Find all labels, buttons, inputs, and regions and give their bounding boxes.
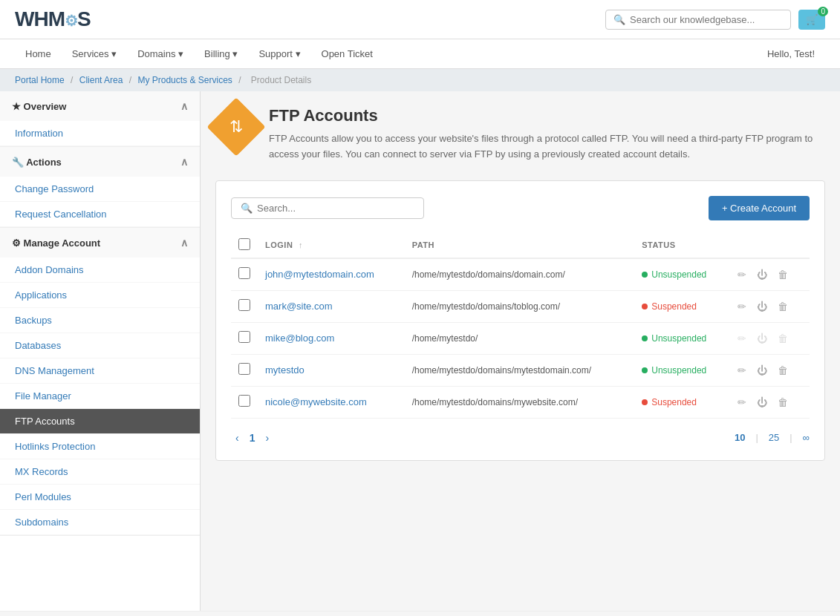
edit-icon-2: ✏: [736, 331, 748, 346]
main-nav: Home Services ▾ Domains ▾ Billing ▾ Supp…: [0, 39, 840, 69]
sidebar-item-ftp-accounts[interactable]: FTP Accounts: [0, 409, 200, 434]
power-icon-4[interactable]: ⏻: [755, 395, 769, 410]
cell-status-1: Suspended: [634, 290, 729, 322]
sidebar-item-hotlinks-protection[interactable]: Hotlinks Protection: [0, 434, 200, 459]
sidebar: ★ Overview ∧ Information 🔧 Actions ∧ Cha…: [0, 91, 201, 611]
delete-icon-3[interactable]: 🗑: [776, 363, 789, 378]
delete-icon-1[interactable]: 🗑: [776, 299, 789, 314]
cell-login-4: nicole@mywebsite.com: [258, 386, 405, 418]
nav-open-ticket[interactable]: Open Ticket: [311, 39, 383, 68]
sidebar-item-subdomains[interactable]: Subdomains: [0, 510, 200, 535]
create-account-button[interactable]: + Create Account: [709, 196, 810, 220]
sidebar-item-file-manager[interactable]: File Manager: [0, 384, 200, 409]
main-layout: ★ Overview ∧ Information 🔧 Actions ∧ Cha…: [0, 91, 840, 611]
power-icon-2: ⏻: [755, 331, 769, 346]
select-all-checkbox[interactable]: [238, 238, 250, 250]
knowledgebase-search-input[interactable]: [630, 14, 783, 25]
ftp-search-box[interactable]: 🔍: [231, 197, 424, 219]
cell-status-3: Unsuspended: [634, 354, 729, 386]
edit-icon-4[interactable]: ✏: [736, 395, 748, 410]
sidebar-section-manage-account-header[interactable]: ⚙ Manage Account ∧: [0, 228, 200, 258]
knowledgebase-search-box[interactable]: 🔍: [605, 10, 791, 30]
status-label-0: Unsuspended: [651, 269, 706, 280]
ftp-search-input[interactable]: [257, 203, 414, 214]
status-dot-2: [642, 335, 648, 341]
table-row: mytestdo /home/mytestdo/domains/mytestdo…: [231, 354, 810, 386]
breadcrumb-product-details: Product Details: [251, 75, 311, 85]
sidebar-item-databases[interactable]: Databases: [0, 333, 200, 358]
page-size-all[interactable]: ∞: [803, 432, 810, 443]
page-size-10[interactable]: 10: [735, 432, 745, 443]
cell-login-1: mark@site.com: [258, 290, 405, 322]
sidebar-section-actions-header[interactable]: 🔧 Actions ∧: [0, 147, 200, 177]
row-checkbox-2[interactable]: [238, 331, 250, 343]
sidebar-item-perl-modules[interactable]: Perl Modules: [0, 485, 200, 510]
cell-status-4: Suspended: [634, 386, 729, 418]
table-row: john@mytestdomain.com /home/mytestdo/dom…: [231, 258, 810, 291]
sidebar-item-request-cancellation[interactable]: Request Cancellation: [0, 202, 200, 227]
header-right: 🔍 🛒 0: [605, 10, 825, 30]
page-title-area: FTP Accounts FTP Accounts allow you to a…: [269, 106, 825, 163]
sidebar-item-backups[interactable]: Backups: [0, 308, 200, 333]
cell-actions-2: ✏ ⏻ 🗑: [729, 322, 810, 354]
power-icon-1[interactable]: ⏻: [755, 299, 769, 314]
nav-user[interactable]: Hello, Test!: [757, 39, 825, 68]
pagination: ‹ 1 › 10 | 25 | ∞: [231, 430, 810, 445]
power-icon-3[interactable]: ⏻: [755, 363, 769, 378]
sidebar-item-information[interactable]: Information: [0, 121, 200, 146]
edit-icon-1[interactable]: ✏: [736, 299, 748, 314]
cell-path-3: /home/mytestdo/domains/mytestdomain.com/: [405, 354, 635, 386]
nav-support[interactable]: Support ▾: [248, 39, 310, 68]
cart-button[interactable]: 🛒 0: [798, 10, 825, 30]
cell-status-0: Unsuspended: [634, 258, 729, 291]
footer: Powered by WHMCompleteSolution: [0, 611, 840, 616]
overview-chevron-icon: ∧: [180, 100, 188, 112]
delete-icon-4[interactable]: 🗑: [776, 395, 789, 410]
breadcrumb-client-area[interactable]: Client Area: [79, 75, 123, 85]
sidebar-section-overview-header[interactable]: ★ Overview ∧: [0, 91, 200, 121]
sidebar-item-change-password[interactable]: Change Password: [0, 177, 200, 202]
cell-actions-1: ✏ ⏻ 🗑: [729, 290, 810, 322]
cell-login-3: mytestdo: [258, 354, 405, 386]
power-icon-0[interactable]: ⏻: [755, 267, 769, 282]
cell-path-0: /home/mytestdo/domains/domain.com/: [405, 258, 635, 291]
sidebar-item-applications[interactable]: Applications: [0, 283, 200, 308]
row-checkbox-0[interactable]: [238, 267, 250, 279]
sort-icon: ↑: [299, 240, 303, 249]
breadcrumb-portal-home[interactable]: Portal Home: [15, 75, 65, 85]
nav-billing[interactable]: Billing ▾: [194, 39, 248, 68]
next-page-button[interactable]: ›: [261, 430, 273, 445]
row-checkbox-3[interactable]: [238, 363, 250, 375]
row-checkbox-4[interactable]: [238, 395, 250, 407]
row-checkbox-1[interactable]: [238, 299, 250, 311]
cell-status-2: Unsuspended: [634, 322, 729, 354]
nav-services[interactable]: Services ▾: [62, 39, 127, 68]
main-content: ⇅ FTP Accounts FTP Accounts allow you to…: [201, 91, 840, 611]
prev-page-button[interactable]: ‹: [231, 430, 244, 445]
sidebar-section-manage-account: ⚙ Manage Account ∧ Addon Domains Applica…: [0, 228, 200, 536]
sidebar-item-mx-records[interactable]: MX Records: [0, 459, 200, 485]
status-label-2: Unsuspended: [651, 333, 706, 344]
logo-text: WHM⚙S: [15, 7, 91, 31]
table-row: nicole@mywebsite.com /home/mytestdo/doma…: [231, 386, 810, 418]
edit-icon-3[interactable]: ✏: [736, 363, 748, 378]
sidebar-item-dns-management[interactable]: DNS Management: [0, 358, 200, 384]
page-size-25[interactable]: 25: [769, 432, 779, 443]
nav-home[interactable]: Home: [15, 39, 62, 68]
status-dot-1: [642, 304, 648, 309]
star-icon: ★: [12, 101, 21, 112]
status-dot-3: [642, 367, 648, 373]
nav-domains[interactable]: Domains ▾: [127, 39, 194, 68]
delete-icon-0[interactable]: 🗑: [776, 267, 789, 282]
col-status: STATUS: [634, 232, 729, 258]
search-icon: 🔍: [241, 203, 253, 214]
status-label-3: Unsuspended: [651, 365, 706, 376]
logo-gear-icon: ⚙: [65, 13, 77, 29]
sidebar-item-addon-domains[interactable]: Addon Domains: [0, 258, 200, 283]
breadcrumb: Portal Home / Client Area / My Products …: [0, 69, 840, 91]
current-page: 1: [250, 432, 255, 444]
edit-icon-0[interactable]: ✏: [736, 267, 748, 282]
breadcrumb-my-products[interactable]: My Products & Services: [137, 75, 232, 85]
page-size-options: 10 | 25 | ∞: [735, 432, 810, 443]
card-toolbar: 🔍 + Create Account: [231, 196, 810, 220]
